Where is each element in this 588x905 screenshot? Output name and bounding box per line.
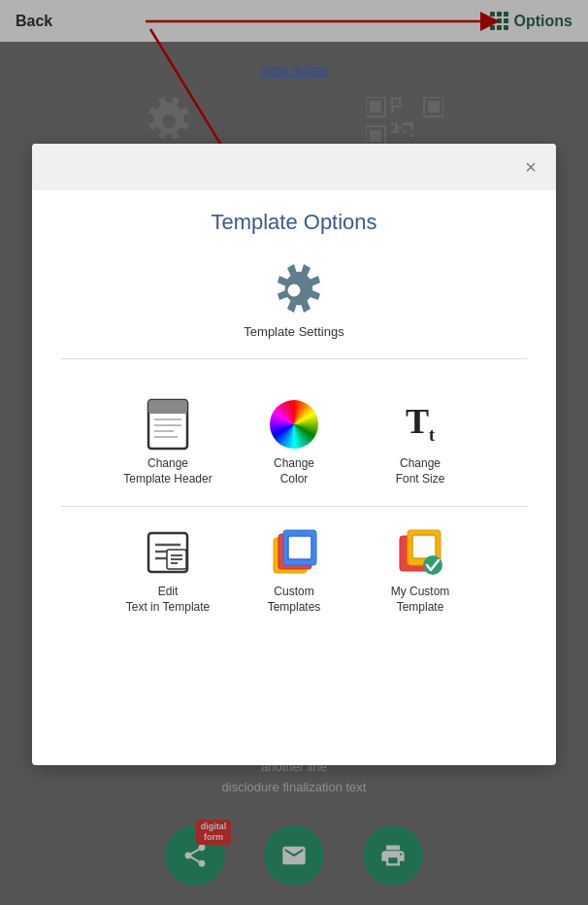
- change-template-header-icon-wrap: [142, 398, 194, 451]
- change-color-icon-wrap: [268, 398, 320, 451]
- template-settings-label: Template Settings: [244, 324, 343, 339]
- modal-header: ×: [32, 144, 556, 190]
- edit-text-icon: [146, 530, 190, 575]
- svg-rect-43: [288, 536, 311, 559]
- change-template-header-item[interactable]: ChangeTemplate Header: [114, 398, 221, 486]
- template-options-modal: × Template Options Template Settings: [32, 144, 556, 765]
- my-custom-template-item[interactable]: My CustomTemplate: [367, 526, 474, 615]
- change-font-size-icon-wrap: Tt: [394, 398, 446, 451]
- modal-overlay: × Template Options Template Settings: [0, 0, 588, 905]
- edit-text-icon-wrap: [142, 526, 194, 579]
- svg-rect-27: [148, 400, 187, 414]
- change-color-item[interactable]: ChangeColor: [241, 398, 347, 486]
- change-font-size-label: ChangeFont Size: [396, 456, 445, 486]
- edit-text-in-template-item[interactable]: EditText in Template: [114, 526, 221, 615]
- custom-templates-icon: [270, 528, 318, 577]
- modal-body: Template Options Template Settings: [32, 190, 556, 663]
- change-template-header-label: ChangeTemplate Header: [123, 456, 212, 486]
- change-font-size-item[interactable]: Tt ChangeFont Size: [367, 398, 474, 486]
- my-custom-template-icon: [396, 528, 444, 577]
- svg-point-25: [286, 283, 302, 298]
- change-font-size-icon: Tt: [406, 404, 435, 444]
- edit-text-label: EditText in Template: [126, 585, 211, 615]
- custom-templates-icon-wrap: [268, 526, 320, 579]
- custom-templates-label: CustomTemplates: [268, 585, 321, 615]
- options-row-1: ChangeTemplate Header ChangeColor Tt Cha…: [61, 379, 527, 507]
- custom-templates-item[interactable]: CustomTemplates: [241, 526, 347, 615]
- my-custom-template-icon-wrap: [394, 526, 446, 579]
- template-settings-row[interactable]: Template Settings: [61, 264, 527, 359]
- modal-close-button[interactable]: ×: [525, 157, 537, 177]
- change-color-label: ChangeColor: [274, 456, 314, 486]
- color-wheel-icon: [270, 400, 318, 449]
- template-settings-gear-icon: [268, 264, 320, 317]
- options-row-2: EditText in Template Cus: [61, 507, 527, 634]
- my-custom-template-label: My CustomTemplate: [391, 585, 450, 615]
- svg-rect-46: [412, 535, 436, 558]
- modal-title: Template Options: [61, 210, 527, 235]
- change-template-header-icon: [147, 398, 189, 451]
